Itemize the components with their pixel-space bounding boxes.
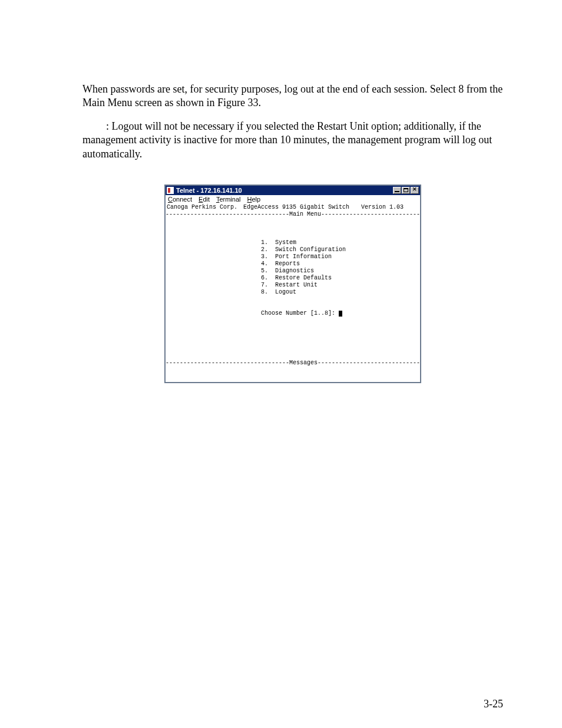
- menu-pad: [166, 261, 261, 267]
- terminal-prompt: Choose Number [1..8]:: [261, 310, 339, 317]
- menu-pad: [166, 275, 261, 281]
- terminal-section-main: Main Menu: [289, 211, 321, 218]
- minimize-button[interactable]: [393, 187, 401, 194]
- menu-pad: [166, 289, 261, 295]
- terminal-divider-main-right: ----------------------------------: [321, 211, 420, 218]
- blank: [166, 353, 169, 359]
- menu-item-7: 7. Restart Unit: [261, 282, 318, 288]
- blank: [166, 296, 169, 302]
- menu-connect-rest: onnect: [173, 196, 192, 203]
- menu-pad: [166, 246, 261, 253]
- menu-item-3: 3. Port Information: [261, 253, 332, 260]
- menu-pad: [166, 282, 261, 288]
- menu-edit-rest: dit: [203, 196, 210, 203]
- blank: [166, 303, 169, 309]
- telnet-window: Telnet - 172.16.141.10 Connect Edit Term…: [164, 185, 421, 383]
- menu-item-6: 6. Restore Defaults: [261, 275, 332, 281]
- terminal-divider-main: -----------------------------------: [166, 211, 289, 218]
- note-text: : Logout will not be necessary if you se…: [82, 120, 492, 160]
- menu-terminal-rest: erminal: [219, 196, 240, 203]
- menu-item-4: 4. Reports: [261, 261, 300, 267]
- blank: [166, 338, 169, 345]
- window-title: Telnet - 172.16.141.10: [176, 187, 393, 194]
- cursor-icon: [339, 311, 342, 317]
- paragraph-note: : Logout will not be necessary if you se…: [82, 120, 503, 161]
- blank: [166, 317, 169, 324]
- maximize-button[interactable]: [402, 187, 410, 194]
- menu-terminal[interactable]: Terminal: [216, 196, 241, 203]
- menu-pad: [166, 239, 261, 246]
- terminal-divider-messages-right: -----------------------------------: [318, 360, 420, 366]
- terminal-content[interactable]: Canoga Perkins Corp.EdgeAccess 9135 Giga…: [166, 203, 420, 382]
- paragraph-instructions: When passwords are set, for security pur…: [82, 83, 503, 110]
- terminal-corp: Canoga Perkins Corp.: [166, 204, 243, 211]
- blank: [166, 324, 169, 331]
- menu-item-2: 2. Switch Configuration: [261, 246, 346, 253]
- menu-item-5: 5. Diagnostics: [261, 268, 314, 274]
- terminal-section-messages: Messages: [289, 360, 318, 366]
- blank: [166, 232, 169, 239]
- blank: [166, 367, 169, 373]
- menu-item-1: 1. System: [261, 239, 296, 246]
- menu-help[interactable]: Help: [247, 196, 261, 203]
- window-titlebar[interactable]: Telnet - 172.16.141.10: [166, 186, 420, 195]
- document-page: When passwords are set, for security pur…: [0, 0, 562, 728]
- page-number: 3-25: [484, 698, 503, 710]
- app-icon: [167, 187, 174, 194]
- window-menubar: Connect Edit Terminal Help: [166, 195, 420, 203]
- blank: [166, 374, 169, 380]
- menu-help-rest: elp: [252, 196, 260, 203]
- terminal-divider-messages: -----------------------------------: [166, 360, 289, 366]
- prompt-pad: [166, 310, 261, 317]
- window-buttons: [393, 187, 419, 194]
- blank: [166, 225, 169, 232]
- blank: [166, 218, 169, 225]
- blank: [166, 331, 169, 338]
- menu-item-8: 8. Logout: [261, 289, 296, 295]
- close-button[interactable]: [411, 187, 419, 194]
- terminal-product: EdgeAccess 9135 Gigabit Switch: [243, 204, 361, 211]
- menu-pad: [166, 268, 261, 274]
- blank: [166, 345, 169, 352]
- menu-connect[interactable]: Connect: [168, 196, 192, 203]
- terminal-version: Version 1.03: [361, 204, 420, 211]
- menu-pad: [166, 253, 261, 260]
- menu-edit[interactable]: Edit: [199, 196, 210, 203]
